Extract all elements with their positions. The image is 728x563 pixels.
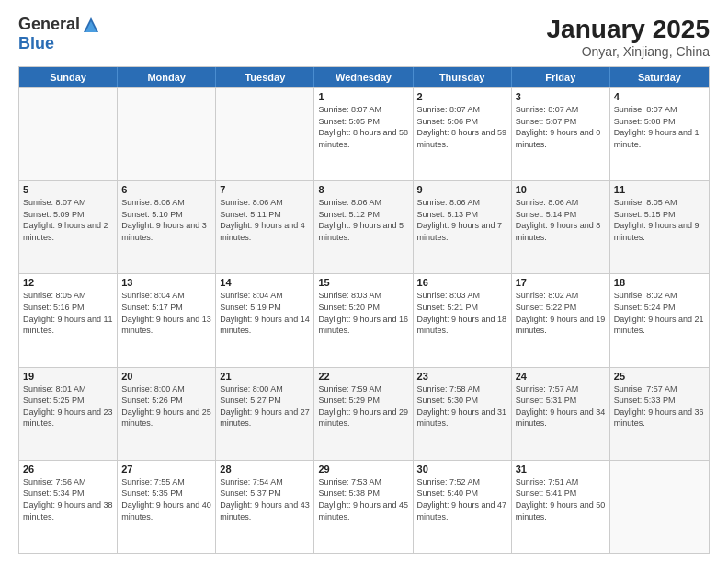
week-row-2: 5Sunrise: 8:07 AMSunset: 5:09 PMDaylight… [19,180,709,273]
day-number: 31 [516,464,606,475]
day-info: Sunrise: 7:54 AMSunset: 5:37 PMDaylight:… [220,477,310,523]
day-number: 13 [121,277,211,288]
cal-cell: 19Sunrise: 8:01 AMSunset: 5:25 PMDayligh… [19,368,118,460]
logo-icon [82,16,100,34]
day-info: Sunrise: 8:07 AMSunset: 5:07 PMDaylight:… [516,104,606,150]
day-header-sunday: Sunday [19,67,118,87]
cal-cell: 17Sunrise: 8:02 AMSunset: 5:22 PMDayligh… [512,274,610,366]
cal-cell [118,88,216,180]
cal-cell: 23Sunrise: 7:58 AMSunset: 5:30 PMDayligh… [414,368,512,460]
cal-cell: 25Sunrise: 7:57 AMSunset: 5:33 PMDayligh… [610,368,709,460]
day-info: Sunrise: 8:06 AMSunset: 5:11 PMDaylight:… [220,197,310,243]
cal-cell: 31Sunrise: 7:51 AMSunset: 5:41 PMDayligh… [512,461,610,553]
week-row-3: 12Sunrise: 8:05 AMSunset: 5:16 PMDayligh… [19,273,709,366]
cal-cell: 20Sunrise: 8:00 AMSunset: 5:26 PMDayligh… [118,368,216,460]
day-number: 11 [614,184,705,195]
cal-cell: 22Sunrise: 7:59 AMSunset: 5:29 PMDayligh… [314,368,413,460]
day-number: 3 [516,91,606,102]
page-header: General Blue January 2025 Onyar, Xinjian… [18,15,710,59]
day-info: Sunrise: 7:52 AMSunset: 5:40 PMDaylight:… [417,477,507,523]
cal-cell: 29Sunrise: 7:53 AMSunset: 5:38 PMDayligh… [314,461,413,553]
day-number: 23 [417,371,507,382]
cal-cell: 13Sunrise: 8:04 AMSunset: 5:17 PMDayligh… [118,274,216,366]
week-row-4: 19Sunrise: 8:01 AMSunset: 5:25 PMDayligh… [19,367,709,460]
day-info: Sunrise: 8:07 AMSunset: 5:09 PMDaylight:… [23,197,113,243]
day-info: Sunrise: 8:05 AMSunset: 5:16 PMDaylight:… [23,290,113,336]
day-number: 4 [614,91,705,102]
cal-cell: 15Sunrise: 8:03 AMSunset: 5:20 PMDayligh… [314,274,413,366]
day-header-monday: Monday [118,67,216,87]
cal-cell: 1Sunrise: 8:07 AMSunset: 5:05 PMDaylight… [314,88,413,180]
cal-cell: 2Sunrise: 8:07 AMSunset: 5:06 PMDaylight… [414,88,512,180]
day-number: 29 [318,464,408,475]
day-number: 22 [318,371,408,382]
day-info: Sunrise: 8:01 AMSunset: 5:25 PMDaylight:… [23,384,113,430]
day-number: 16 [417,277,507,288]
day-info: Sunrise: 8:06 AMSunset: 5:13 PMDaylight:… [417,197,507,243]
cal-cell: 3Sunrise: 8:07 AMSunset: 5:07 PMDaylight… [512,88,610,180]
day-number: 2 [417,91,507,102]
day-info: Sunrise: 7:57 AMSunset: 5:33 PMDaylight:… [614,384,705,430]
cal-cell: 26Sunrise: 7:56 AMSunset: 5:34 PMDayligh… [19,461,118,553]
day-info: Sunrise: 8:02 AMSunset: 5:24 PMDaylight:… [614,290,705,336]
day-number: 7 [220,184,310,195]
day-info: Sunrise: 7:57 AMSunset: 5:31 PMDaylight:… [516,384,606,430]
day-info: Sunrise: 7:58 AMSunset: 5:30 PMDaylight:… [417,384,507,430]
day-header-wednesday: Wednesday [314,67,413,87]
cal-cell: 12Sunrise: 8:05 AMSunset: 5:16 PMDayligh… [19,274,118,366]
cal-cell: 6Sunrise: 8:06 AMSunset: 5:10 PMDaylight… [118,181,216,273]
day-info: Sunrise: 7:53 AMSunset: 5:38 PMDaylight:… [318,477,408,523]
day-info: Sunrise: 7:59 AMSunset: 5:29 PMDaylight:… [318,384,408,430]
day-number: 25 [614,371,705,382]
day-header-saturday: Saturday [610,67,709,87]
day-number: 6 [121,184,211,195]
day-info: Sunrise: 8:07 AMSunset: 5:05 PMDaylight:… [318,104,408,150]
cal-cell: 11Sunrise: 8:05 AMSunset: 5:15 PMDayligh… [610,181,709,273]
cal-cell: 18Sunrise: 8:02 AMSunset: 5:24 PMDayligh… [610,274,709,366]
day-header-thursday: Thursday [414,67,512,87]
day-number: 15 [318,277,408,288]
day-info: Sunrise: 8:05 AMSunset: 5:15 PMDaylight:… [614,197,705,243]
week-row-5: 26Sunrise: 7:56 AMSunset: 5:34 PMDayligh… [19,460,709,553]
day-number: 21 [220,371,310,382]
day-number: 10 [516,184,606,195]
day-info: Sunrise: 8:00 AMSunset: 5:26 PMDaylight:… [121,384,211,430]
week-row-1: 1Sunrise: 8:07 AMSunset: 5:05 PMDaylight… [19,87,709,180]
cal-cell: 28Sunrise: 7:54 AMSunset: 5:37 PMDayligh… [216,461,314,553]
day-info: Sunrise: 8:07 AMSunset: 5:08 PMDaylight:… [614,104,705,150]
day-number: 27 [121,464,211,475]
calendar-body: 1Sunrise: 8:07 AMSunset: 5:05 PMDaylight… [19,87,709,553]
cal-cell: 21Sunrise: 8:00 AMSunset: 5:27 PMDayligh… [216,368,314,460]
day-number: 5 [23,184,113,195]
title-block: January 2025 Onyar, Xinjiang, China [547,15,710,59]
cal-cell: 27Sunrise: 7:55 AMSunset: 5:35 PMDayligh… [118,461,216,553]
day-header-tuesday: Tuesday [216,67,314,87]
cal-cell: 5Sunrise: 8:07 AMSunset: 5:09 PMDaylight… [19,181,118,273]
day-info: Sunrise: 8:04 AMSunset: 5:19 PMDaylight:… [220,290,310,336]
calendar-title: January 2025 [547,15,710,44]
calendar-header-row: SundayMondayTuesdayWednesdayThursdayFrid… [19,67,709,87]
cal-cell [610,461,709,553]
day-info: Sunrise: 8:03 AMSunset: 5:20 PMDaylight:… [318,290,408,336]
day-info: Sunrise: 8:06 AMSunset: 5:12 PMDaylight:… [318,197,408,243]
day-number: 28 [220,464,310,475]
cal-cell: 8Sunrise: 8:06 AMSunset: 5:12 PMDaylight… [314,181,413,273]
cal-cell: 14Sunrise: 8:04 AMSunset: 5:19 PMDayligh… [216,274,314,366]
logo-general: General [18,15,80,34]
day-info: Sunrise: 7:51 AMSunset: 5:41 PMDaylight:… [516,477,606,523]
day-number: 19 [23,371,113,382]
cal-cell [19,88,118,180]
day-info: Sunrise: 7:56 AMSunset: 5:34 PMDaylight:… [23,477,113,523]
cal-cell [216,88,314,180]
cal-cell: 24Sunrise: 7:57 AMSunset: 5:31 PMDayligh… [512,368,610,460]
day-number: 24 [516,371,606,382]
day-info: Sunrise: 8:07 AMSunset: 5:06 PMDaylight:… [417,104,507,150]
day-info: Sunrise: 8:04 AMSunset: 5:17 PMDaylight:… [121,290,211,336]
cal-cell: 10Sunrise: 8:06 AMSunset: 5:14 PMDayligh… [512,181,610,273]
calendar-page: General Blue January 2025 Onyar, Xinjian… [0,0,728,563]
day-info: Sunrise: 8:06 AMSunset: 5:10 PMDaylight:… [121,197,211,243]
day-number: 1 [318,91,408,102]
day-number: 30 [417,464,507,475]
day-number: 26 [23,464,113,475]
cal-cell: 30Sunrise: 7:52 AMSunset: 5:40 PMDayligh… [414,461,512,553]
